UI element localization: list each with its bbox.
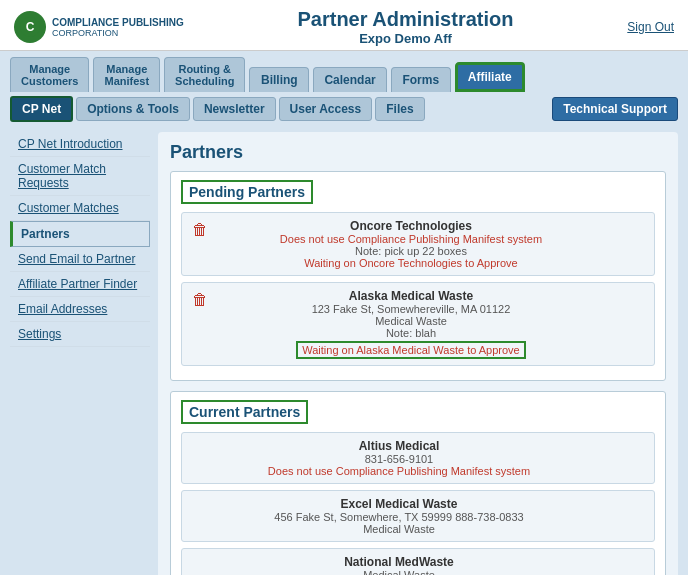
tab-forms[interactable]: Forms: [391, 67, 451, 92]
logo-icon: C: [14, 11, 46, 43]
current-partner-2-info: Excel Medical Waste 456 Fake St, Somewhe…: [192, 497, 606, 535]
current-partner-item-3: National MedWaste Medical Waste: [181, 548, 655, 575]
page-main-title: Partner Administration: [184, 8, 628, 31]
partner-1-info: Oncore Technologies Does not use Complia…: [216, 219, 606, 269]
partner-2-name: Alaska Medical Waste: [216, 289, 606, 303]
top-navigation: ManageCustomers ManageManifest Routing &…: [0, 51, 688, 92]
partner-2-detail2: Medical Waste: [216, 315, 606, 327]
tab-billing[interactable]: Billing: [249, 67, 309, 92]
current-partner-2-detail1: 456 Fake St, Somewhere, TX 59999 888-738…: [192, 511, 606, 523]
current-partner-1-detail2: Does not use Compliance Publishing Manif…: [192, 465, 606, 477]
main-area: CP Net Introduction Customer Match Reque…: [0, 126, 688, 575]
current-partner-2-detail2: Medical Waste: [192, 523, 606, 535]
partner-1-status: Waiting on Oncore Technologies to Approv…: [216, 257, 606, 269]
current-partners-title: Current Partners: [181, 400, 308, 424]
svg-text:C: C: [26, 20, 35, 34]
tab-manage-manifest[interactable]: ManageManifest: [93, 57, 160, 92]
tab-routing-scheduling[interactable]: Routing &Scheduling: [164, 57, 245, 92]
partner-2-info: Alaska Medical Waste 123 Fake St, Somewh…: [216, 289, 606, 359]
tab-cp-net[interactable]: CP Net: [10, 96, 73, 122]
sidebar-item-settings[interactable]: Settings: [10, 322, 150, 347]
partner-1-detail1: Does not use Compliance Publishing Manif…: [216, 233, 606, 245]
current-partner-1-info: Altius Medical 831-656-9101 Does not use…: [192, 439, 606, 477]
sidebar-item-customer-matches[interactable]: Customer Matches: [10, 196, 150, 221]
tab-manage-customers[interactable]: ManageCustomers: [10, 57, 89, 92]
logo-text: COMPLIANCE PUBLISHING CORPORATION: [52, 17, 184, 38]
sidebar-item-affiliate-partner-finder[interactable]: Affiliate Partner Finder: [10, 272, 150, 297]
current-partner-2-name: Excel Medical Waste: [192, 497, 606, 511]
current-partner-item-1: Altius Medical 831-656-9101 Does not use…: [181, 432, 655, 484]
tab-calendar[interactable]: Calendar: [313, 67, 386, 92]
sidebar: CP Net Introduction Customer Match Reque…: [10, 132, 150, 575]
partner-2-detail1: 123 Fake St, Somewhereville, MA 01122: [216, 303, 606, 315]
tab-user-access[interactable]: User Access: [279, 97, 373, 121]
header-subtitle: Expo Demo Aff: [184, 31, 628, 46]
tab-newsletter[interactable]: Newsletter: [193, 97, 276, 121]
current-partner-1-name: Altius Medical: [192, 439, 606, 453]
sidebar-item-send-email[interactable]: Send Email to Partner: [10, 247, 150, 272]
partner-2-detail3: Note: blah: [216, 327, 606, 339]
partner-1-name: Oncore Technologies: [216, 219, 606, 233]
tab-affiliate[interactable]: Affiliate: [455, 62, 525, 92]
pending-partner-item-1: 🗑 Oncore Technologies Does not use Compl…: [181, 212, 655, 276]
sidebar-item-email-addresses[interactable]: Email Addresses: [10, 297, 150, 322]
technical-support-button[interactable]: Technical Support: [552, 97, 678, 121]
pending-partners-section: Pending Partners 🗑 Oncore Technologies D…: [170, 171, 666, 381]
sidebar-item-customer-match-requests[interactable]: Customer Match Requests: [10, 157, 150, 196]
pending-partner-item-2: 🗑 Alaska Medical Waste 123 Fake St, Some…: [181, 282, 655, 366]
sidebar-item-cp-net-intro[interactable]: CP Net Introduction: [10, 132, 150, 157]
current-partner-3-detail1: Medical Waste: [192, 569, 606, 575]
delete-partner-2-button[interactable]: 🗑: [192, 291, 208, 309]
tab-files[interactable]: Files: [375, 97, 424, 121]
current-partner-item-2: Excel Medical Waste 456 Fake St, Somewhe…: [181, 490, 655, 542]
sidebar-item-partners[interactable]: Partners: [10, 221, 150, 247]
current-partner-3-name: National MedWaste: [192, 555, 606, 569]
tab-options-tools[interactable]: Options & Tools: [76, 97, 190, 121]
pending-partners-title: Pending Partners: [181, 180, 313, 204]
header: C COMPLIANCE PUBLISHING CORPORATION Part…: [0, 0, 688, 51]
content-area: Partners Pending Partners 🗑 Oncore Techn…: [158, 132, 678, 575]
current-partner-1-detail1: 831-656-9101: [192, 453, 606, 465]
delete-partner-1-button[interactable]: 🗑: [192, 221, 208, 239]
current-partners-section: Current Partners Altius Medical 831-656-…: [170, 391, 666, 575]
header-title-area: Partner Administration Expo Demo Aff: [184, 8, 628, 46]
current-partner-3-info: National MedWaste Medical Waste: [192, 555, 606, 575]
logo-area: C COMPLIANCE PUBLISHING CORPORATION: [14, 11, 184, 43]
partner-2-status: Waiting on Alaska Medical Waste to Appro…: [296, 341, 525, 359]
second-navigation: CP Net Options & Tools Newsletter User A…: [0, 92, 688, 126]
page-title: Partners: [170, 142, 666, 163]
partner-1-detail2: Note: pick up 22 boxes: [216, 245, 606, 257]
sign-out-button[interactable]: Sign Out: [627, 20, 674, 34]
